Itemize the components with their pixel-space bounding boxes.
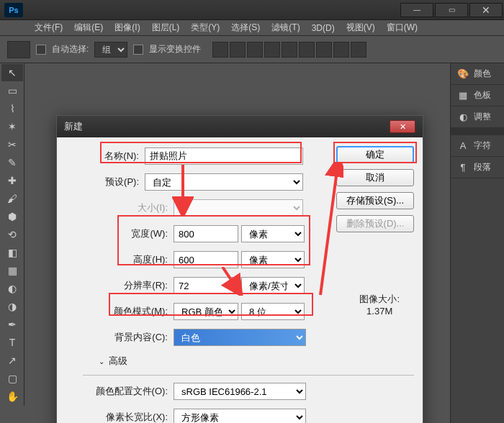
healing-tool-icon[interactable]: ✚ [1,172,23,189]
chevron-down-icon: ⌄ [99,358,104,365]
move-tool-icon[interactable]: ↖ [1,64,23,81]
name-input[interactable] [145,147,303,165]
lasso-tool-icon[interactable]: ⌇ [1,100,23,117]
advanced-toggle[interactable]: ⌄ 高级 [66,355,414,368]
pen-tool-icon[interactable]: ✒ [1,316,23,333]
size-label: 大小(I): [66,201,174,214]
ok-button[interactable]: 确定 [336,146,414,163]
resolution-unit-select[interactable]: 像素/英寸 [241,277,305,294]
blur-tool-icon[interactable]: ◐ [1,280,23,297]
width-label: 宽度(W): [66,227,174,240]
delete-preset-button: 删除预设(D)... [336,215,414,232]
character-icon: A [456,141,469,151]
save-preset-button[interactable]: 存储预设(S)... [336,192,414,209]
hand-tool-icon[interactable]: ✋ [1,388,23,405]
panel-adjustments[interactable]: ◐调整 [451,106,504,128]
align-icon[interactable] [351,42,366,58]
panel-paragraph[interactable]: ¶段落 [451,157,504,178]
height-label: 高度(H): [66,253,174,266]
menu-view[interactable]: 视图(V) [341,22,381,34]
menu-layer[interactable]: 图层(L) [146,22,186,34]
align-icon[interactable] [282,42,297,58]
swatches-icon: ▦ [456,91,469,101]
type-tool-icon[interactable]: T [1,334,23,351]
menu-3d[interactable]: 3D(D) [306,23,341,33]
menu-window[interactable]: 窗口(W) [381,22,423,34]
maximize-button[interactable]: ▭ [435,3,468,17]
adjustments-icon: ◐ [456,112,469,122]
panel-character[interactable]: A字符 [451,135,504,157]
height-input[interactable] [174,251,238,268]
show-transform-label: 显示变换控件 [149,43,201,55]
align-icon[interactable] [299,42,315,58]
auto-select-checkbox[interactable] [36,45,46,55]
minimize-button[interactable]: — [400,3,433,17]
aspect-label: 像素长宽比(X): [66,411,174,423]
paragraph-icon: ¶ [456,163,469,173]
crop-tool-icon[interactable]: ✂ [1,136,23,153]
tool-preset-icon[interactable] [7,41,30,58]
panel-color[interactable]: 🎨颜色 [451,63,504,85]
auto-select-label: 自动选择: [52,43,89,55]
menu-select[interactable]: 选择(S) [225,22,266,34]
width-input[interactable] [174,225,238,242]
marquee-tool-icon[interactable]: ▭ [1,82,23,99]
shape-tool-icon[interactable]: ▢ [1,370,23,387]
resolution-input[interactable] [174,277,238,294]
height-unit-select[interactable]: 像素 [241,251,305,268]
options-bar: 自动选择: 组 显示变换控件 [0,36,504,63]
menu-bar: 文件(F) 编辑(E) 图像(I) 图层(L) 类型(Y) 选择(S) 滤镜(T… [0,20,504,36]
auto-select-target[interactable]: 组 [94,42,127,58]
align-icon[interactable] [247,42,263,58]
panel-swatches[interactable]: ▦色板 [451,85,504,106]
toolbox: ↖ ▭ ⌇ ✶ ✂ ✎ ✚ 🖌 ⬢ ⟲ ◧ ▦ ◐ ◑ ✒ T ↗ ▢ ✋ [0,63,24,406]
imagesize-label: 图像大小: [359,293,400,306]
name-label: 名称(N): [66,150,145,163]
eraser-tool-icon[interactable]: ◧ [1,244,23,261]
palette-icon: 🎨 [456,69,469,79]
colormode-label: 颜色模式(M): [66,305,174,318]
profile-select[interactable]: sRGB IEC61966-2.1 [174,383,306,400]
preset-select[interactable]: 自定 [145,173,303,191]
new-document-dialog: 新建 ✕ 名称(N): 预设(P): 自定 大小(I): 宽度(W): 像素 高… [56,115,423,423]
depth-select[interactable]: 8 位 [241,303,305,320]
close-button[interactable]: ✕ [469,3,503,17]
eyedropper-tool-icon[interactable]: ✎ [1,154,23,171]
brush-tool-icon[interactable]: 🖌 [1,190,23,207]
menu-file[interactable]: 文件(F) [29,22,68,34]
menu-image[interactable]: 图像(I) [109,22,145,34]
colormode-select[interactable]: RGB 颜色 [174,303,238,320]
preset-label: 预设(P): [66,176,145,188]
dialog-title: 新建 [64,120,83,133]
cancel-button[interactable]: 取消 [336,169,414,186]
aspect-select[interactable]: 方形像素 [174,409,306,423]
ps-logo: Ps [4,3,23,17]
wand-tool-icon[interactable]: ✶ [1,118,23,135]
bg-label: 背景内容(C): [66,331,174,344]
path-tool-icon[interactable]: ↗ [1,352,23,369]
menu-edit[interactable]: 编辑(E) [68,22,109,34]
right-panels: 🎨颜色 ▦色板 ◐调整 A字符 ¶段落 [450,63,504,423]
align-icon[interactable] [230,42,246,58]
bg-select[interactable]: 白色 [174,329,306,346]
imagesize-value: 1.37M [359,306,400,317]
size-select [174,199,303,217]
dialog-close-button[interactable]: ✕ [390,120,415,133]
align-icon[interactable] [333,42,349,58]
align-icon[interactable] [316,42,332,58]
profile-label: 颜色配置文件(O): [66,385,174,398]
show-transform-checkbox[interactable] [133,45,143,55]
history-brush-tool-icon[interactable]: ⟲ [1,226,23,243]
gradient-tool-icon[interactable]: ▦ [1,262,23,279]
resolution-label: 分辨率(R): [66,279,174,292]
dodge-tool-icon[interactable]: ◑ [1,298,23,315]
align-icon[interactable] [264,42,280,58]
width-unit-select[interactable]: 像素 [241,225,305,242]
menu-type[interactable]: 类型(Y) [185,22,225,34]
stamp-tool-icon[interactable]: ⬢ [1,208,23,225]
menu-filter[interactable]: 滤镜(T) [266,22,305,34]
align-icon[interactable] [212,42,228,58]
